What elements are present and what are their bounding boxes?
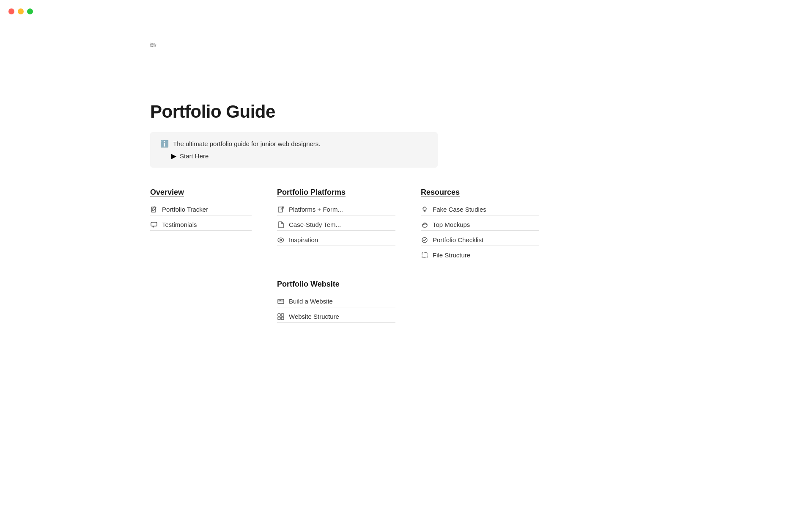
check-circle-icon xyxy=(421,237,428,243)
platforms-form-item[interactable]: Platforms + Form... xyxy=(277,204,395,215)
inspiration-label: Inspiration xyxy=(289,236,318,243)
svg-point-23 xyxy=(423,207,426,210)
svg-point-22 xyxy=(280,239,282,241)
file-structure-label: File Structure xyxy=(433,251,470,259)
main-content: ✦ Portfolio Guide ℹ️ The ultimate portfo… xyxy=(0,0,465,324)
svg-line-13 xyxy=(155,47,156,47)
svg-rect-32 xyxy=(278,317,280,320)
hero-illustration: ✦ xyxy=(150,42,201,93)
fullscreen-button[interactable] xyxy=(27,8,33,14)
traffic-lights xyxy=(8,8,33,14)
minimize-button[interactable] xyxy=(18,8,24,14)
box-icon xyxy=(421,252,428,259)
build-website-item[interactable]: Build a Website xyxy=(277,295,395,307)
inspiration-item[interactable]: Inspiration xyxy=(277,234,395,246)
comment-icon xyxy=(150,221,158,228)
svg-rect-31 xyxy=(281,314,284,316)
portfolio-platforms-section: Portfolio Platforms Platforms + Form... xyxy=(277,188,395,263)
overview-title: Overview xyxy=(150,188,252,197)
svg-rect-20 xyxy=(278,207,283,212)
external-link-icon xyxy=(277,206,285,213)
file-icon xyxy=(277,221,285,228)
play-icon: ▶ xyxy=(171,152,176,160)
overview-section: Overview Portfolio Tracker Te xyxy=(150,188,252,263)
fake-case-studies-label: Fake Case Studies xyxy=(433,206,486,213)
file-structure-item[interactable]: File Structure xyxy=(421,249,539,261)
top-mockups-label: Top Mockups xyxy=(433,221,470,228)
svg-rect-33 xyxy=(281,317,284,320)
portfolio-tracker-item[interactable]: Portfolio Tracker xyxy=(150,204,252,215)
bulb-icon xyxy=(421,206,428,213)
svg-point-29 xyxy=(280,300,281,301)
portfolio-website-title: Portfolio Website xyxy=(277,280,395,289)
eye-icon xyxy=(277,237,285,243)
svg-point-7 xyxy=(150,43,151,43)
portfolio-checklist-item[interactable]: Portfolio Checklist xyxy=(421,234,539,246)
platforms-form-label: Platforms + Form... xyxy=(289,206,343,213)
grid-icon xyxy=(277,313,285,320)
portfolio-platforms-title: Portfolio Platforms xyxy=(277,188,395,197)
testimonials-label: Testimonials xyxy=(162,221,197,228)
svg-point-10 xyxy=(155,44,156,45)
build-website-label: Build a Website xyxy=(289,298,333,305)
resources-title: Resources xyxy=(421,188,539,197)
svg-line-6 xyxy=(151,43,151,44)
start-here-label: Start Here xyxy=(180,152,208,160)
case-study-label: Case-Study Tem... xyxy=(289,221,341,228)
case-study-item[interactable]: Case-Study Tem... xyxy=(277,219,395,231)
close-button[interactable] xyxy=(8,8,14,14)
svg-point-16 xyxy=(156,44,156,44)
svg-point-21 xyxy=(278,238,284,242)
top-mockups-item[interactable]: Top Mockups xyxy=(421,219,539,231)
portfolio-tracker-label: Portfolio Tracker xyxy=(162,206,208,213)
sections-top-row: Overview Portfolio Tracker Te xyxy=(150,188,465,263)
svg-point-15 xyxy=(154,43,155,44)
svg-rect-19 xyxy=(151,222,157,226)
sections-bottom-row: Portfolio Website Build a Website xyxy=(150,280,465,324)
svg-point-28 xyxy=(279,300,280,301)
svg-marker-9 xyxy=(154,43,154,44)
svg-rect-26 xyxy=(278,299,284,304)
start-here-link[interactable]: ▶ Start Here xyxy=(160,152,428,160)
svg-text:✦: ✦ xyxy=(156,43,156,44)
svg-line-14 xyxy=(156,47,156,47)
page-title: Portfolio Guide xyxy=(150,102,275,122)
info-callout: ℹ️ The ultimate portfolio guide for juni… xyxy=(150,132,438,168)
svg-rect-3 xyxy=(151,45,153,47)
callout-text: The ultimate portfolio guide for junior … xyxy=(173,140,321,147)
svg-rect-25 xyxy=(422,253,427,258)
resources-section: Resources Fake Case Studies xyxy=(421,188,539,263)
browser-icon xyxy=(277,298,285,305)
fake-case-studies-item[interactable]: Fake Case Studies xyxy=(421,204,539,215)
info-icon: ℹ️ xyxy=(160,140,169,148)
edit-icon xyxy=(150,206,158,213)
testimonials-item[interactable]: Testimonials xyxy=(150,219,252,231)
fire-icon xyxy=(421,221,428,228)
portfolio-checklist-label: Portfolio Checklist xyxy=(433,236,483,243)
website-structure-label: Website Structure xyxy=(289,313,339,320)
website-structure-item[interactable]: Website Structure xyxy=(277,311,395,323)
portfolio-website-section: Portfolio Website Build a Website xyxy=(277,280,395,324)
svg-rect-30 xyxy=(278,314,280,316)
